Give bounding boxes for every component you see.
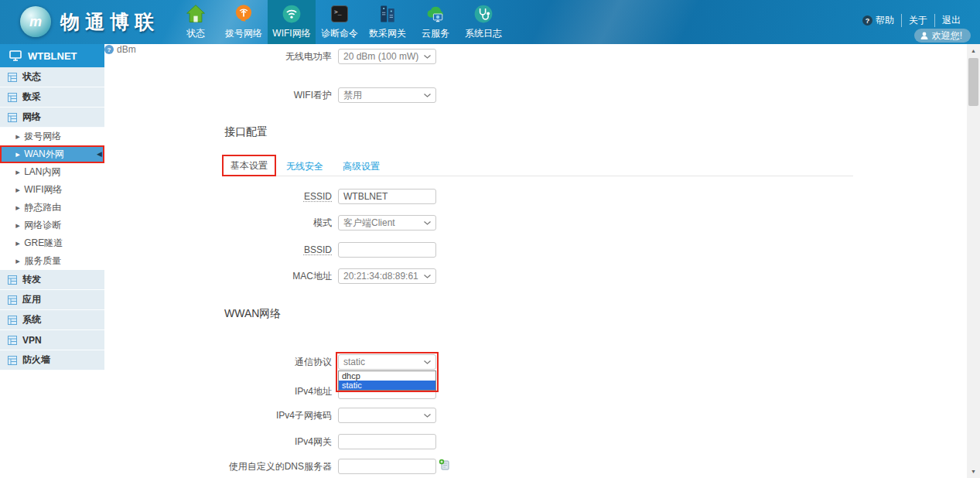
monitor-icon <box>9 50 22 61</box>
ipv4-netmask-label: IPv4子网掩码 <box>104 409 332 422</box>
sidebar-item-forwarding[interactable]: 转发 <box>0 270 104 290</box>
sidebar-item-label: WAN外网 <box>24 148 64 161</box>
sidebar-item-label: LAN内网 <box>24 166 60 179</box>
scroll-up-arrow[interactable]: ▲ <box>967 44 980 57</box>
sidebar-item-static-route[interactable]: 静态路由 <box>0 199 104 217</box>
sidebar-item-label: 系统 <box>22 313 41 326</box>
terminal-icon: >_ <box>328 2 351 26</box>
mac-address-label: MAC地址 <box>104 270 332 283</box>
vertical-scrollbar: ▲ ▼ <box>967 44 980 478</box>
protocol-dropdown-list: dhcp static <box>338 370 436 391</box>
user-icon <box>920 32 928 39</box>
sidebar-item-label: GRE隧道 <box>24 237 63 250</box>
sidebar-item-wifi-network[interactable]: WIFI网络 <box>0 181 104 199</box>
grid-icon <box>8 295 17 305</box>
sidebar-item-qos[interactable]: 服务质量 <box>0 252 104 270</box>
sidebar-item-lan[interactable]: LAN内网 <box>0 163 104 181</box>
radio-icon <box>232 2 255 26</box>
grid-icon <box>8 316 17 325</box>
nav-label: 云服务 <box>422 27 449 40</box>
essid-label: ESSID <box>104 191 332 202</box>
sidebar-item-dial-network[interactable]: 拨号网络 <box>0 128 104 145</box>
house-icon <box>184 2 207 26</box>
nav-label: 状态 <box>186 27 205 40</box>
sidebar-item-firewall[interactable]: 防火墙 <box>0 350 104 370</box>
device-name: WTBLNET <box>28 50 77 62</box>
wireless-power-label: 无线电功率 <box>104 50 332 63</box>
sidebar-item-vpn[interactable]: VPN <box>0 330 104 350</box>
help-link[interactable]: ? 帮助 <box>855 14 901 27</box>
wifi-watch-value: 禁用 <box>343 89 362 102</box>
essid-input[interactable] <box>338 189 436 204</box>
sidebar-item-label: 服务质量 <box>24 254 61 268</box>
scrollbar-thumb[interactable] <box>968 58 978 106</box>
nav-item-system-log[interactable]: 系统日志 <box>459 0 507 44</box>
sidebar-item-network-diagnosis[interactable]: 网络诊断 <box>0 217 104 234</box>
nav-item-diagnostic-command[interactable]: >_ 诊断命令 <box>316 0 364 44</box>
about-link[interactable]: 关于 <box>901 14 934 27</box>
sidebar: WTBLNET 状态 数采 网络 拨号网络 WAN外网 ◀ LAN内网 WIFI… <box>0 44 104 478</box>
nav-label: WIFI网络 <box>272 27 310 40</box>
sidebar-item-label: 网络 <box>22 111 41 124</box>
grid-icon <box>8 73 17 82</box>
tab-wireless-security[interactable]: 无线安全 <box>286 156 323 176</box>
ipv4-netmask-select[interactable] <box>338 408 436 423</box>
sidebar-item-data-collection[interactable]: 数采 <box>0 87 104 108</box>
ipv4-gateway-input[interactable] <box>338 434 436 449</box>
sidebar-item-network[interactable]: 网络 <box>0 108 104 128</box>
device-name-header: WTBLNET <box>0 44 104 67</box>
interface-config-heading: 接口配置 <box>224 125 268 139</box>
help-label: 帮助 <box>876 14 894 27</box>
nav-label: 系统日志 <box>465 27 502 40</box>
sidebar-item-label: 防火墙 <box>22 353 50 367</box>
mac-address-select[interactable]: 20:21:34:d8:89:61 <box>338 268 436 284</box>
wifi-watch-select[interactable]: 禁用 <box>338 87 436 103</box>
nav-item-wifi-network[interactable]: WIFI网络 <box>268 0 316 44</box>
logout-link[interactable]: 退出 <box>934 14 968 27</box>
sidebar-item-wan[interactable]: WAN外网 ◀ <box>0 145 104 163</box>
logo-sphere-icon: m <box>20 6 51 37</box>
grid-icon <box>8 356 17 365</box>
sidebar-item-application[interactable]: 应用 <box>0 290 104 310</box>
welcome-badge: 欢迎您! <box>914 29 971 43</box>
wifi-watch-label: WIFI看护 <box>104 89 332 102</box>
sidebar-item-label: 应用 <box>22 293 41 306</box>
tab-basic-settings[interactable]: 基本设置 <box>222 155 276 176</box>
sidebar-item-label: 数采 <box>22 90 41 104</box>
custom-dns-input[interactable] <box>338 459 436 474</box>
wwan-network-heading: WWAN网络 <box>224 307 281 321</box>
stethoscope-icon <box>472 2 495 26</box>
nav-item-dial-network[interactable]: 拨号网络 <box>220 0 268 44</box>
server-icon <box>376 2 399 26</box>
nav-label: 数采网关 <box>369 27 406 40</box>
wireless-power-value: 20 dBm (100 mW) <box>343 51 418 62</box>
mode-select[interactable]: 客户端Client <box>338 215 436 230</box>
nav-item-data-gateway[interactable]: 数采网关 <box>364 0 411 44</box>
svg-text:>_: >_ <box>334 9 342 15</box>
top-header: m 物通博联 状态 拨号网络 WIFI网络 >_ 诊断命令 <box>0 0 980 44</box>
nav-label: 拨号网络 <box>225 27 262 40</box>
cloud-icon <box>424 2 447 26</box>
question-icon: ? <box>862 15 872 26</box>
sidebar-item-status[interactable]: 状态 <box>0 67 104 87</box>
mac-address-value: 20:21:34:d8:89:61 <box>343 271 418 282</box>
tab-advanced-settings[interactable]: 高级设置 <box>343 156 380 176</box>
wireless-power-select[interactable]: 20 dBm (100 mW) <box>338 49 436 64</box>
scroll-down-arrow[interactable]: ▼ <box>967 465 980 478</box>
nav-item-cloud-service[interactable]: 云服务 <box>411 0 459 44</box>
sidebar-item-gre-tunnel[interactable]: GRE隧道 <box>0 234 104 252</box>
brand-logo: m 物通博联 <box>20 6 159 37</box>
mode-label: 模式 <box>104 217 332 230</box>
grid-icon <box>8 336 17 345</box>
protocol-option-dhcp[interactable]: dhcp <box>339 371 435 381</box>
add-dns-button[interactable] <box>439 459 450 470</box>
top-nav: 状态 拨号网络 WIFI网络 >_ 诊断命令 数采网关 <box>172 0 507 44</box>
protocol-select[interactable]: static <box>338 354 436 370</box>
wifi-icon <box>280 2 303 26</box>
sidebar-item-system[interactable]: 系统 <box>0 310 104 330</box>
nav-item-status[interactable]: 状态 <box>172 0 220 44</box>
chevron-down-icon <box>424 275 431 278</box>
bssid-input[interactable] <box>338 242 436 258</box>
sidebar-item-label: 拨号网络 <box>24 130 61 143</box>
protocol-option-static[interactable]: static <box>339 381 435 390</box>
